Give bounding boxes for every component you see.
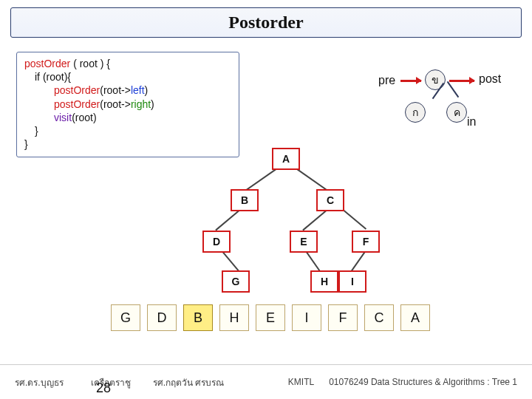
tree-node-h: H (310, 270, 338, 293)
legend-in: in (467, 115, 476, 129)
code-fn: postOrder (54, 84, 100, 96)
code-kw-right: right (131, 98, 151, 110)
seq-cell: I (292, 304, 321, 331)
code-text: ) (151, 98, 154, 110)
legend-post: post (479, 72, 501, 86)
footer-institution: KMITL (288, 377, 314, 387)
seq-cell: H (219, 304, 249, 331)
tree-node-a: A (272, 148, 300, 170)
code-block: postOrder ( root ) { if (root){ postOrde… (16, 52, 239, 157)
traversal-legend: pre ข post ก ค in (384, 66, 510, 140)
seq-cell: C (364, 304, 394, 331)
code-fn: postOrder (54, 98, 100, 110)
code-text: if (root){ (24, 70, 231, 83)
page-title: Postorder (10, 7, 522, 38)
page-number: 28 (96, 381, 111, 396)
arrow-icon (400, 80, 421, 82)
seq-cell: F (328, 304, 358, 331)
footer-course: 01076249 Data Structures & Algorithms : … (329, 377, 517, 387)
tree-node-g: G (222, 270, 250, 293)
legend-node: ก (405, 102, 426, 123)
tree-node-i: I (338, 270, 366, 293)
tree-diagram: A B C D E F G H I (148, 148, 399, 303)
seq-cell: G (111, 304, 140, 331)
code-text: (root) (72, 112, 96, 123)
code-text: } (24, 124, 231, 137)
arrow-icon (449, 80, 474, 82)
code-fn: postOrder (24, 58, 70, 69)
seq-cell: A (400, 304, 430, 331)
code-text: (root-> (100, 98, 131, 110)
legend-pre: pre (378, 74, 395, 87)
footer: รศ.ดร.บุญธร เครือตราชู รศ.กฤตวัน ศรบรณ K… (0, 364, 532, 399)
tree-node-d: D (202, 231, 231, 253)
code-kw-visit: visit (54, 112, 72, 123)
seq-cell: D (147, 304, 177, 331)
tree-node-c: C (316, 189, 344, 211)
legend-node: ข (425, 69, 446, 90)
tree-node-e: E (290, 231, 318, 253)
legend-node: ค (446, 102, 467, 123)
footer-author: รศ.กฤตวัน ศรบรณ (140, 375, 236, 389)
code-text: ) (145, 84, 149, 96)
tree-edge (447, 81, 460, 98)
postorder-sequence: G D B H E I F C A (111, 304, 430, 331)
tree-node-b: B (231, 189, 259, 211)
code-text: (root-> (100, 84, 131, 96)
seq-cell-current: B (183, 304, 213, 331)
code-kw-left: left (131, 84, 145, 96)
footer-author: รศ.ดร.บุญธร (15, 375, 81, 389)
code-text: ( root ) { (73, 58, 110, 69)
seq-cell: E (256, 304, 285, 331)
tree-node-f: F (352, 231, 380, 253)
